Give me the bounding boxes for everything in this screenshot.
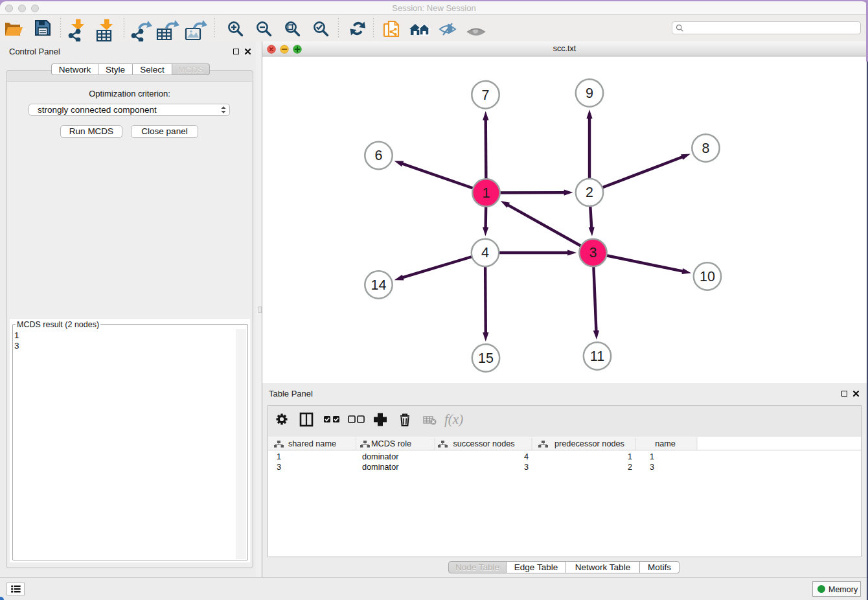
svg-text:4: 4	[524, 452, 529, 461]
svg-text:6: 6	[375, 148, 383, 163]
svg-text:name: name	[655, 439, 676, 448]
svg-text:dominator: dominator	[362, 463, 399, 472]
svg-text:1: 1	[483, 185, 490, 201]
svg-text:1: 1	[628, 452, 632, 461]
svg-text:dominator: dominator	[362, 452, 399, 461]
svg-text:successor nodes: successor nodes	[453, 439, 514, 448]
svg-text:3: 3	[589, 245, 597, 260]
svg-text:shared name: shared name	[288, 439, 336, 448]
svg-text:8: 8	[702, 141, 710, 156]
svg-text:10: 10	[700, 269, 715, 284]
svg-text:predecessor nodes: predecessor nodes	[554, 439, 624, 448]
svg-text:2: 2	[628, 463, 632, 472]
svg-text:MCDS role: MCDS role	[371, 439, 411, 448]
svg-text:3: 3	[524, 463, 529, 472]
svg-text:9: 9	[586, 86, 593, 101]
svg-text:3: 3	[277, 463, 281, 472]
svg-text:14: 14	[371, 277, 387, 293]
svg-text:3: 3	[650, 463, 654, 472]
svg-text:4: 4	[481, 245, 489, 260]
svg-text:f(x): f(x)	[444, 411, 463, 427]
svg-text:15: 15	[478, 351, 494, 366]
svg-text:1: 1	[277, 452, 281, 461]
svg-text:2: 2	[586, 185, 593, 200]
svg-text:11: 11	[590, 349, 604, 364]
svg-text:7: 7	[482, 87, 490, 103]
svg-text:1: 1	[650, 452, 654, 461]
